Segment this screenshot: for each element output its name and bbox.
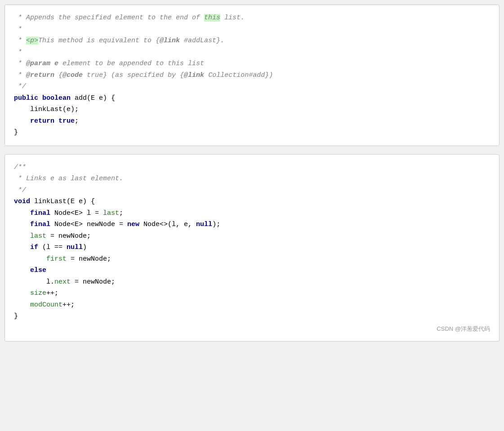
code-line: linkLast(e);	[14, 104, 490, 116]
code-line: }	[14, 311, 490, 322]
code-line: return true;	[14, 116, 490, 127]
code-line: */	[14, 81, 490, 93]
code-line: * <p>This method is equivalent to {@link…	[14, 35, 490, 47]
code-line: size++;	[14, 288, 490, 299]
code-line: }	[14, 127, 490, 138]
code-line: *	[14, 47, 490, 58]
watermark: CSDN @洋葱爱代码	[14, 322, 490, 334]
code-line: if (l == null)	[14, 242, 490, 253]
code-line: last = newNode;	[14, 231, 490, 242]
code-line: public boolean add(E e) {	[14, 93, 490, 104]
code-line: /**	[14, 162, 490, 173]
code-block-2: /** * Links e as last element. */ void l…	[4, 154, 500, 342]
code-line: * Links e as last element.	[14, 173, 490, 185]
code-block-1: * Appends the specified element to the e…	[4, 4, 500, 146]
code-line: * @param e element to be appended to thi…	[14, 58, 490, 70]
code-line: void linkLast(E e) {	[14, 196, 490, 208]
code-line: first = newNode;	[14, 253, 490, 265]
code-line: else	[14, 265, 490, 276]
code-line: */	[14, 185, 490, 196]
code-line: modCount++;	[14, 299, 490, 311]
code-line: l.next = newNode;	[14, 276, 490, 288]
code-line: *	[14, 24, 490, 36]
code-line: * Appends the specified element to the e…	[14, 12, 490, 24]
code-line: final Node<E> l = last;	[14, 208, 490, 219]
code-line: * @return {@code true} (as specified by …	[14, 70, 490, 81]
code-line: final Node<E> newNode = new Node<>(l, e,…	[14, 219, 490, 231]
